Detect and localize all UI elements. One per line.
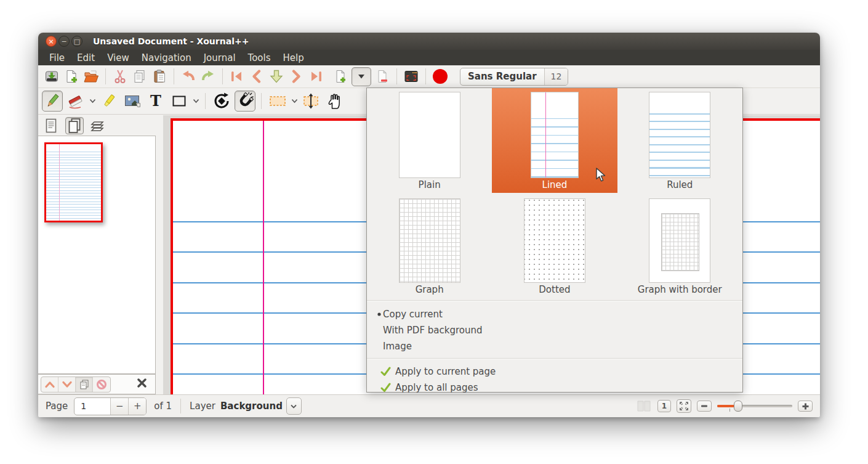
eraser-options-chevron[interactable] bbox=[88, 94, 97, 108]
zoom-slider-thumb[interactable] bbox=[734, 401, 742, 412]
insert-page-icon bbox=[333, 69, 348, 84]
menu-view[interactable]: View bbox=[101, 51, 135, 65]
thumbnail-lines bbox=[46, 152, 101, 221]
undo-button[interactable] bbox=[180, 68, 197, 85]
template-graph[interactable]: Graph bbox=[367, 193, 492, 299]
titlebar[interactable]: × − □ Unsaved Document - Xournal++ bbox=[38, 33, 820, 50]
sidebar-tab-page-preview[interactable] bbox=[65, 117, 84, 134]
template-dotted[interactable]: Dotted bbox=[492, 193, 617, 299]
shape-options-chevron[interactable] bbox=[191, 94, 200, 108]
highlighter-tool-button[interactable] bbox=[98, 91, 119, 112]
page-number-spinbox[interactable]: 1 − + bbox=[74, 397, 147, 415]
copy-icon bbox=[132, 69, 147, 84]
vertical-space-button[interactable] bbox=[300, 91, 321, 112]
cut-button[interactable] bbox=[111, 68, 129, 85]
grid-snap-button[interactable] bbox=[235, 91, 255, 112]
close-sidebar-button[interactable] bbox=[137, 378, 147, 390]
layers-icon bbox=[89, 118, 106, 133]
zoom-out-button[interactable] bbox=[697, 401, 712, 412]
menu-help[interactable]: Help bbox=[277, 51, 310, 65]
page-number-value[interactable]: 1 bbox=[74, 401, 110, 411]
zoom-fit-button[interactable] bbox=[677, 399, 691, 413]
page-increment-button[interactable]: + bbox=[128, 398, 146, 415]
page-down-button[interactable] bbox=[268, 68, 285, 85]
fullscreen-icon bbox=[403, 69, 419, 84]
select-options-chevron[interactable] bbox=[290, 94, 299, 108]
menu-tools[interactable]: Tools bbox=[242, 51, 277, 65]
image-icon bbox=[124, 94, 141, 108]
template-ruled[interactable]: Ruled bbox=[617, 88, 742, 193]
lined-thumbnail bbox=[531, 92, 579, 178]
template-plain[interactable]: Plain bbox=[367, 88, 492, 193]
rotation-snap-button[interactable] bbox=[211, 91, 232, 112]
dropdown-arrow-icon bbox=[357, 73, 366, 79]
minimize-window-button[interactable]: − bbox=[58, 36, 70, 47]
pen-tool-button[interactable] bbox=[42, 91, 63, 112]
select-rectangle-button[interactable] bbox=[267, 91, 288, 112]
menu-edit[interactable]: Edit bbox=[71, 51, 101, 65]
first-page-button[interactable] bbox=[228, 68, 246, 85]
new-document-icon bbox=[64, 69, 79, 84]
move-page-down-button[interactable] bbox=[58, 377, 76, 392]
redo-button[interactable] bbox=[199, 68, 217, 85]
zoom-slider[interactable] bbox=[717, 400, 792, 412]
insert-page-button[interactable] bbox=[332, 68, 349, 85]
fullscreen-button[interactable] bbox=[403, 68, 420, 85]
move-page-up-button[interactable] bbox=[41, 377, 58, 392]
close-window-button[interactable]: × bbox=[46, 36, 57, 47]
text-tool-button[interactable]: T bbox=[145, 91, 166, 112]
new-document-button[interactable] bbox=[63, 68, 80, 85]
page-template-popup: Plain Lined Ruled Graph Dotted bbox=[366, 88, 743, 393]
page-preview-list[interactable] bbox=[38, 136, 156, 374]
open-button[interactable] bbox=[82, 68, 100, 85]
image-tool-button[interactable] bbox=[122, 91, 143, 112]
delete-page-button[interactable] bbox=[374, 68, 391, 85]
open-folder-icon bbox=[83, 69, 99, 84]
layer-label: Layer bbox=[190, 401, 215, 412]
zoom-in-button[interactable] bbox=[798, 401, 813, 412]
layer-dropdown-button[interactable] bbox=[286, 397, 302, 415]
font-selector-button[interactable]: Sans Regular 12 bbox=[460, 68, 568, 86]
menu-file[interactable]: File bbox=[43, 51, 71, 65]
layer-value: Background bbox=[220, 401, 283, 412]
next-page-button[interactable] bbox=[287, 68, 305, 85]
page-decrement-button[interactable]: − bbox=[110, 398, 128, 415]
eraser-tool-button[interactable] bbox=[65, 91, 86, 112]
delete-page-sidebar-button[interactable] bbox=[93, 377, 110, 392]
template-label: Graph bbox=[416, 284, 444, 295]
menu-journal[interactable]: Journal bbox=[198, 51, 242, 65]
apply-to-all-pages[interactable]: Apply to all pages bbox=[380, 380, 742, 396]
last-page-button[interactable] bbox=[307, 68, 324, 85]
eraser-icon bbox=[67, 93, 84, 109]
paste-button[interactable] bbox=[151, 68, 168, 85]
copy-page-button[interactable] bbox=[76, 377, 93, 392]
check-icon bbox=[380, 367, 395, 376]
selected-bullet-icon bbox=[376, 312, 383, 316]
source-pdf-background[interactable]: With PDF background bbox=[376, 322, 742, 338]
page-template-dropdown-button[interactable] bbox=[352, 67, 371, 86]
copy-button[interactable] bbox=[131, 68, 148, 85]
hand-tool-button[interactable] bbox=[324, 91, 345, 112]
template-graph-with-border[interactable]: Graph with border bbox=[617, 193, 742, 299]
page-thumbnail-1[interactable] bbox=[44, 142, 103, 222]
source-image[interactable]: Image bbox=[376, 338, 742, 354]
menu-navigation[interactable]: Navigation bbox=[135, 51, 198, 65]
zoom-100-button[interactable]: 1 bbox=[657, 400, 671, 412]
source-copy-current[interactable]: Copy current bbox=[376, 306, 742, 322]
shape-tool-button[interactable] bbox=[169, 91, 190, 112]
hand-icon bbox=[326, 92, 342, 110]
magnet-icon bbox=[236, 92, 254, 110]
window-title: Unsaved Document - Xournal++ bbox=[93, 36, 249, 46]
apply-to-current-page[interactable]: Apply to current page bbox=[380, 364, 742, 380]
record-audio-button[interactable] bbox=[432, 68, 449, 85]
paste-clipboard-icon bbox=[152, 69, 167, 84]
redo-icon bbox=[200, 69, 216, 84]
sidebar-tab-contents[interactable] bbox=[42, 117, 60, 134]
previous-page-button[interactable] bbox=[248, 68, 265, 85]
sidebar-tab-layers[interactable] bbox=[89, 117, 107, 134]
save-button[interactable] bbox=[43, 68, 60, 85]
graph-border-thumbnail bbox=[649, 198, 710, 283]
maximize-window-button[interactable]: □ bbox=[71, 36, 82, 47]
zoom-fit-icon bbox=[680, 402, 688, 410]
menubar: File Edit View Navigation Journal Tools … bbox=[38, 50, 820, 65]
